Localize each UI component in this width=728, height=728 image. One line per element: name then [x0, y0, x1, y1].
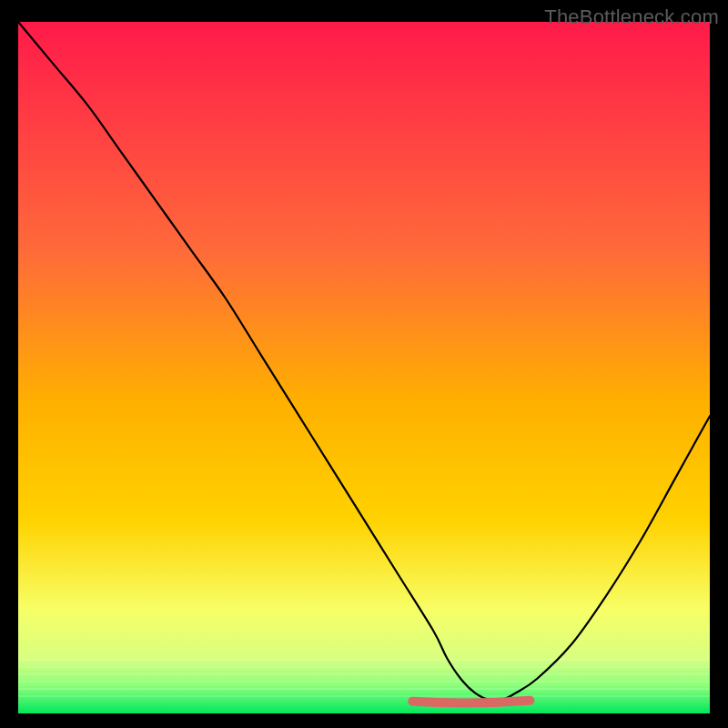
svg-rect-5 [18, 688, 710, 690]
svg-rect-6 [18, 695, 710, 697]
watermark-text: TheBottleneck.com [544, 5, 719, 29]
svg-rect-4 [18, 681, 710, 682]
bottleneck-chart [0, 0, 728, 728]
svg-rect-0 [18, 22, 710, 713]
svg-rect-3 [18, 673, 710, 675]
svg-rect-2 [18, 666, 710, 668]
chart-frame: TheBottleneck.com [0, 0, 728, 728]
svg-rect-1 [18, 659, 710, 661]
